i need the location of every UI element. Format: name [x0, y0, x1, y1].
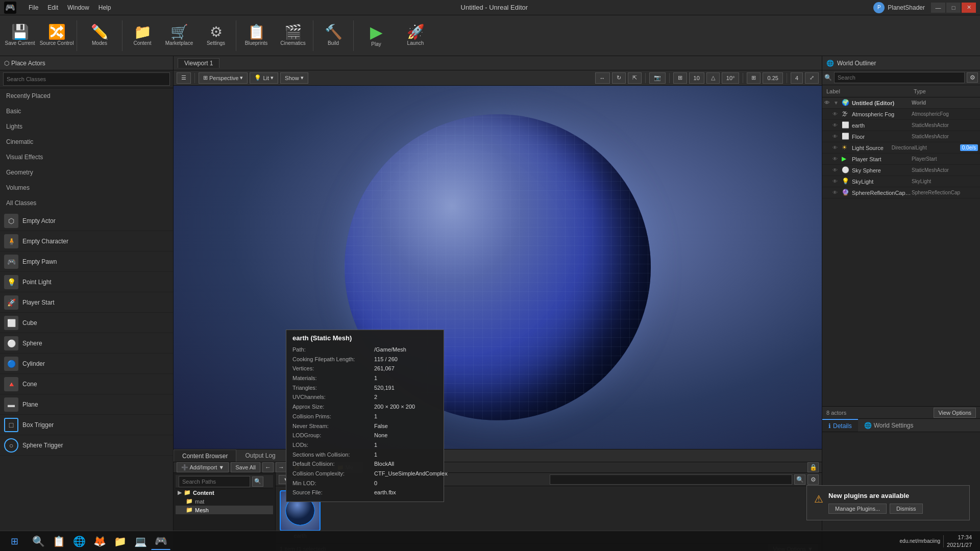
scale-val-button[interactable]: 0.25 [763, 72, 782, 84]
content-button[interactable]: 📁 Content [125, 17, 160, 54]
search-classes-input[interactable] [3, 72, 170, 86]
place-actors-title: Place Actors [11, 60, 45, 67]
outliner-sky-light[interactable]: 👁 💡 SkyLight SkyLight [822, 176, 980, 187]
scale-button[interactable]: ⇱ [628, 72, 642, 84]
back-button[interactable]: ← [262, 462, 274, 472]
actor-cone[interactable]: 🔺 Cone [0, 374, 173, 394]
outliner-sky-sphere[interactable]: 👁 ⚪ Sky Sphere StaticMeshActor [822, 165, 980, 176]
category-volumes[interactable]: Volumes [0, 180, 173, 195]
menu-help[interactable]: Help [94, 3, 115, 12]
path-mesh[interactable]: 📁 Mesh [176, 506, 273, 514]
path-mat[interactable]: 📁 mat [176, 497, 273, 506]
actor-box-trigger[interactable]: □ Box Trigger [0, 415, 173, 435]
cam-speed-button[interactable]: 4 [791, 72, 803, 84]
world-settings-tab[interactable]: 🌐 World Settings [858, 419, 920, 432]
modes-button[interactable]: ✏️ Modes [79, 17, 120, 54]
menu-window[interactable]: Window [63, 3, 93, 12]
files-taskbar-item[interactable]: 📋 [49, 533, 68, 550]
vscode-taskbar-item[interactable]: 💻 [131, 533, 150, 550]
save-current-button[interactable]: 💾 Save Current [2, 17, 38, 54]
category-recently-placed[interactable]: Recently Placed [0, 88, 173, 104]
output-log-tab[interactable]: Output Log [236, 449, 284, 462]
show-button[interactable]: Show ▾ [280, 72, 308, 84]
viewport-canvas[interactable] [174, 86, 822, 449]
actor-empty-actor[interactable]: ⬡ Empty Actor [0, 211, 173, 231]
category-basic[interactable]: Basic [0, 104, 173, 119]
outliner-floor[interactable]: 👁 ⬜ Floor StaticMeshActor [822, 131, 980, 142]
category-geometry[interactable]: Geometry [0, 165, 173, 180]
outliner-atmospheric-fog[interactable]: 👁 🌫 Atmospheric Fog AtmosphericFog [822, 109, 980, 120]
outliner-options-button[interactable]: ⚙ [967, 72, 978, 83]
source-control-button[interactable]: 🔀 Source Control [39, 17, 75, 54]
actor-plane[interactable]: ▬ Plane [0, 394, 173, 415]
firefox-taskbar-item[interactable]: 🦊 [90, 533, 109, 550]
skylight-icon: 💡 [842, 178, 850, 186]
actor-sphere[interactable]: ⚪ Sphere [0, 333, 173, 354]
reflection-name: SphereReflectionCapture [852, 190, 912, 196]
explorer-taskbar-item[interactable]: 📁 [110, 533, 130, 550]
grid-size-button[interactable]: 10 [689, 72, 704, 84]
category-lights[interactable]: Lights [0, 119, 173, 134]
menu-edit[interactable]: Edit [43, 3, 62, 12]
outliner-player-start[interactable]: 👁 ▶ Player Start PlayerStart [822, 154, 980, 165]
blueprints-button[interactable]: 📋 Blueprints [238, 17, 274, 54]
start-button[interactable]: ⊞ [4, 533, 24, 550]
transform-button[interactable]: ↔ [595, 72, 610, 84]
asset-search-input[interactable] [550, 474, 792, 485]
manage-plugins-button[interactable]: Manage Plugins... [828, 504, 887, 514]
path-content[interactable]: ▶ 📁 Content [176, 488, 273, 497]
cinematics-button[interactable]: 🎬 Cinematics [275, 17, 311, 54]
outliner-search-input[interactable] [834, 72, 965, 83]
player-start-outliner-icon: ▶ [842, 155, 850, 163]
camera-button[interactable]: 📷 [649, 72, 666, 84]
category-cinematic[interactable]: Cinematic [0, 134, 173, 149]
search-taskbar-item[interactable]: 🔍 [29, 533, 48, 550]
lock-button[interactable]: 🔒 [807, 462, 819, 472]
add-import-button[interactable]: ➕ Add/Import ▼ [177, 462, 229, 472]
category-visual-effects[interactable]: Visual Effects [0, 149, 173, 165]
actor-empty-character[interactable]: 🧍 Empty Character [0, 231, 173, 252]
grid-button[interactable]: ⊞ [673, 72, 687, 84]
forward-button[interactable]: → [276, 462, 287, 472]
search-paths-button[interactable]: 🔍 [252, 477, 263, 487]
view-options-outliner-button[interactable]: View Options [934, 408, 976, 418]
close-button[interactable]: ✕ [962, 3, 976, 13]
actor-point-light[interactable]: 💡 Point Light [0, 272, 173, 292]
maximize-button[interactable]: □ [946, 3, 961, 13]
asset-search-button[interactable]: 🔍 [794, 474, 805, 485]
play-button[interactable]: ▶ Play [356, 17, 397, 54]
save-all-button[interactable]: Save All [231, 462, 260, 472]
actor-sphere-trigger[interactable]: ○ Sphere Trigger [0, 435, 173, 456]
settings-button[interactable]: ⚙ Settings [198, 17, 234, 54]
category-all-classes[interactable]: All Classes [0, 195, 173, 211]
details-tab[interactable]: ℹ Details [822, 419, 858, 432]
outliner-sphere-reflection[interactable]: 👁 🔮 SphereReflectionCapture SphereReflec… [822, 187, 980, 198]
maximize-viewport-button[interactable]: ⤢ [805, 72, 819, 84]
launch-button[interactable]: 🚀 Launch [398, 17, 433, 54]
asset-settings-button[interactable]: ⚙ [807, 474, 819, 485]
outliner-light-source[interactable]: 👁 ☀ Light Source DirectionalLight 0.0e/s [822, 142, 980, 154]
marketplace-button[interactable]: 🛒 Marketplace [161, 17, 197, 54]
edge-taskbar-item[interactable]: 🌐 [69, 533, 89, 550]
lit-button[interactable]: 💡 Lit ▾ [250, 72, 278, 84]
ue-taskbar-item[interactable]: 🎮 [151, 533, 170, 550]
actor-cube[interactable]: ⬜ Cube [0, 313, 173, 333]
outliner-world-row[interactable]: 👁 ▼ 🌍 Untitled (Editor) World [822, 97, 980, 109]
actor-cylinder[interactable]: 🔵 Cylinder [0, 354, 173, 374]
menu-file[interactable]: File [24, 3, 42, 12]
minimize-button[interactable]: — [931, 3, 945, 13]
reflection-icon: 🔮 [842, 189, 850, 197]
dismiss-button[interactable]: Dismiss [890, 504, 923, 514]
content-browser-tab[interactable]: Content Browser [174, 449, 236, 462]
rotate-button[interactable]: ↻ [612, 72, 626, 84]
rot-button[interactable]: 10° [722, 72, 740, 84]
hamburger-button[interactable]: ☰ [177, 72, 191, 84]
viewport-tab-label[interactable]: Viewport 1 [178, 58, 219, 68]
perspective-button[interactable]: ⊞ Perspective ▾ [199, 72, 248, 84]
outliner-earth[interactable]: 👁 ⬜ earth StaticMeshActor [822, 120, 980, 131]
actor-empty-pawn[interactable]: 🎮 Empty Pawn [0, 252, 173, 272]
tt-filepath: Cooking Filepath Length:115 / 260 [292, 355, 437, 364]
actor-player-start[interactable]: 🚀 Player Start [0, 292, 173, 313]
build-button[interactable]: 🔨 Build [315, 17, 351, 54]
search-paths-input[interactable] [179, 476, 250, 487]
